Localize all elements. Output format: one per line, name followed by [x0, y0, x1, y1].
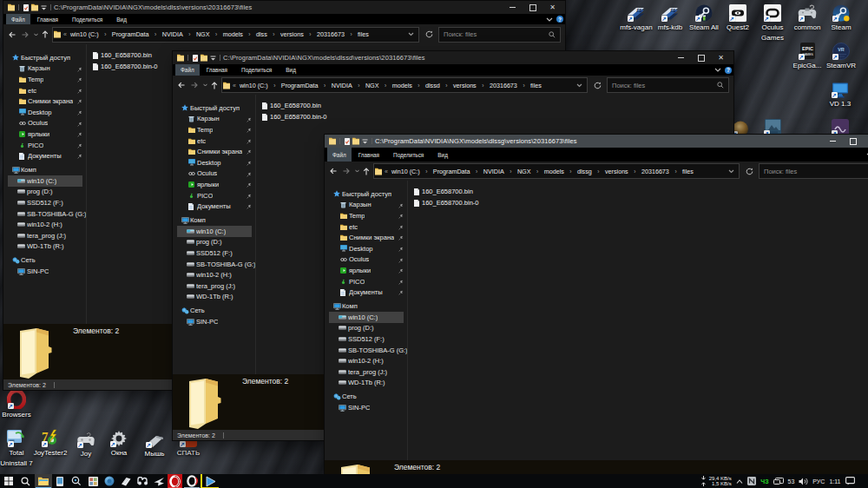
svg-text:FS: FS: [637, 9, 643, 13]
svg-text:EPIC: EPIC: [802, 46, 813, 51]
svg-text:FS: FS: [671, 9, 677, 13]
svg-text:VR: VR: [838, 47, 845, 52]
